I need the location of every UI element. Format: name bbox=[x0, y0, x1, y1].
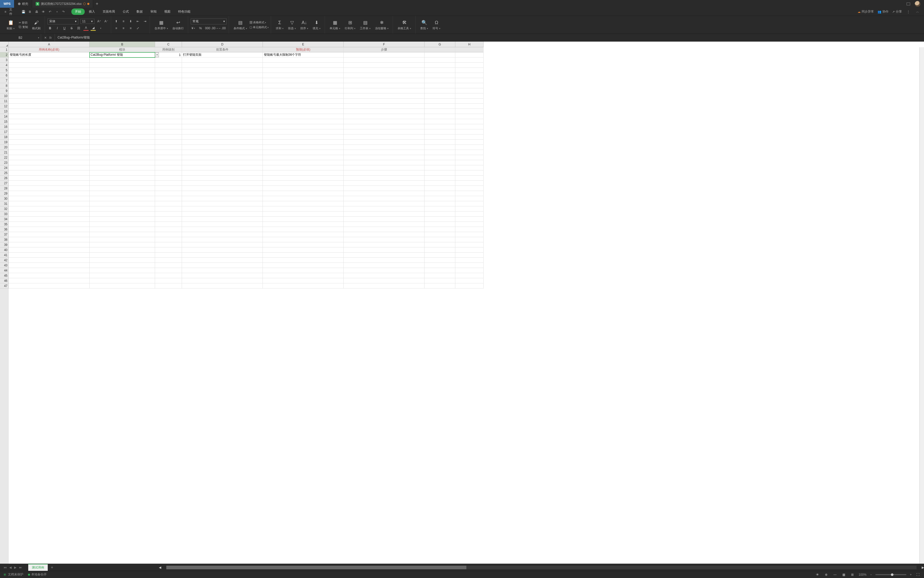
row-header-16[interactable]: 16 bbox=[0, 124, 9, 129]
cell-D24[interactable] bbox=[182, 165, 263, 170]
cell-G28[interactable] bbox=[424, 186, 455, 191]
row-header-1[interactable]: 1 bbox=[0, 47, 9, 52]
cell-B40[interactable] bbox=[89, 247, 155, 253]
row-header-2[interactable]: 2 bbox=[0, 52, 9, 57]
cell-B1[interactable]: 模块 bbox=[89, 47, 155, 52]
cell-G11[interactable] bbox=[424, 99, 455, 104]
row-header-24[interactable]: 24 bbox=[0, 165, 9, 170]
cell-B16[interactable] bbox=[89, 124, 155, 129]
col-header-C[interactable]: C bbox=[155, 42, 182, 47]
cell-A45[interactable] bbox=[9, 273, 89, 278]
find-button[interactable]: 🔍查找 bbox=[418, 17, 430, 32]
row-header-25[interactable]: 25 bbox=[0, 170, 9, 175]
cell-E22[interactable] bbox=[263, 155, 344, 160]
cell-H22[interactable] bbox=[455, 155, 484, 160]
cell-F35[interactable] bbox=[344, 222, 424, 227]
share-button[interactable]: ↗分享 bbox=[892, 10, 902, 14]
cell-A34[interactable] bbox=[9, 217, 89, 222]
window-mode-icon[interactable] bbox=[906, 3, 910, 5]
number-format-select[interactable]: 常规▾ bbox=[191, 18, 227, 24]
cell-H33[interactable] bbox=[455, 211, 484, 217]
cell-H26[interactable] bbox=[455, 175, 484, 181]
cell-C1[interactable]: 用例级别 bbox=[155, 47, 182, 52]
currency-icon[interactable]: ¥ bbox=[191, 26, 196, 31]
cell-E10[interactable] bbox=[263, 93, 344, 99]
cell-E36[interactable] bbox=[263, 227, 344, 232]
cell-A10[interactable] bbox=[9, 93, 89, 99]
cell-H19[interactable] bbox=[455, 140, 484, 145]
underline-icon[interactable]: U bbox=[62, 26, 67, 31]
row-header-30[interactable]: 30 bbox=[0, 196, 9, 201]
cell-B20[interactable] bbox=[89, 145, 155, 150]
cell-D35[interactable] bbox=[182, 222, 263, 227]
row-header-5[interactable]: 5 bbox=[0, 68, 9, 73]
tab-pagelayout[interactable]: 页面布局 bbox=[99, 8, 119, 15]
cell-B22[interactable] bbox=[89, 155, 155, 160]
fill-button[interactable]: ⬇填充 bbox=[310, 17, 323, 32]
row-header-32[interactable]: 32 bbox=[0, 206, 9, 211]
col-header-G[interactable]: G bbox=[424, 42, 455, 47]
cell-F42[interactable] bbox=[344, 258, 424, 263]
cell-G36[interactable] bbox=[424, 227, 455, 232]
cell-B7[interactable] bbox=[89, 78, 155, 83]
row-header-11[interactable]: 11 bbox=[0, 99, 9, 104]
cell-D3[interactable] bbox=[182, 57, 263, 63]
cell-E19[interactable] bbox=[263, 140, 344, 145]
cell-A5[interactable] bbox=[9, 68, 89, 73]
undo-dropdown[interactable] bbox=[54, 9, 60, 15]
cell-G44[interactable] bbox=[424, 268, 455, 273]
cell-F32[interactable] bbox=[344, 206, 424, 211]
symbol-button[interactable]: Ω符号 bbox=[430, 17, 442, 32]
inc-decimal-icon[interactable]: .00→ bbox=[212, 26, 218, 31]
cell-F21[interactable] bbox=[344, 150, 424, 155]
cell-F28[interactable] bbox=[344, 186, 424, 191]
cell-D41[interactable] bbox=[182, 253, 263, 258]
row-header-20[interactable]: 20 bbox=[0, 145, 9, 150]
cell-B29[interactable] bbox=[89, 191, 155, 196]
cell-D2[interactable]: 打开登陆页面 bbox=[182, 52, 263, 57]
cell-D40[interactable] bbox=[182, 247, 263, 253]
percent-icon[interactable]: % bbox=[198, 26, 203, 31]
cell-F16[interactable] bbox=[344, 124, 424, 129]
cell-A19[interactable] bbox=[9, 140, 89, 145]
cell-B5[interactable] bbox=[89, 68, 155, 73]
cell-B8[interactable] bbox=[89, 83, 155, 88]
col-header-H[interactable]: H bbox=[455, 42, 484, 47]
cell-A13[interactable] bbox=[9, 109, 89, 114]
cell-B19[interactable] bbox=[89, 140, 155, 145]
cell-A31[interactable] bbox=[9, 201, 89, 206]
cell-E37[interactable] bbox=[263, 232, 344, 237]
grid[interactable]: 用例名称(必填)模块用例级别前置条件预期(必填)步骤登陆账号的长度Cat2Bug… bbox=[9, 47, 919, 563]
cell-E43[interactable] bbox=[263, 263, 344, 268]
app-tab-wps[interactable]: WPS bbox=[0, 0, 15, 8]
cell-E46[interactable] bbox=[263, 278, 344, 283]
cell-A1[interactable]: 用例名称(必填) bbox=[9, 47, 89, 52]
indent-inc-icon[interactable]: ⇥ bbox=[143, 19, 148, 24]
cell-C33[interactable] bbox=[155, 211, 182, 217]
cell-B35[interactable] bbox=[89, 222, 155, 227]
cell-H34[interactable] bbox=[455, 217, 484, 222]
file-menu[interactable]: 文件 bbox=[9, 9, 15, 15]
cell-F36[interactable] bbox=[344, 227, 424, 232]
cell-dropdown-icon[interactable]: ▾ bbox=[155, 52, 159, 57]
sort-button[interactable]: A↓排序 bbox=[298, 17, 310, 32]
cell-C5[interactable] bbox=[155, 68, 182, 73]
cell-C4[interactable] bbox=[155, 63, 182, 68]
cell-E17[interactable] bbox=[263, 129, 344, 135]
cell-C46[interactable] bbox=[155, 278, 182, 283]
cell-C25[interactable] bbox=[155, 170, 182, 175]
cell-D44[interactable] bbox=[182, 268, 263, 273]
cell-F6[interactable] bbox=[344, 73, 424, 78]
cond-format-button[interactable]: ▤条件格式 bbox=[232, 17, 249, 32]
cell-D13[interactable] bbox=[182, 109, 263, 114]
align-left-icon[interactable]: ≡ bbox=[114, 26, 119, 31]
comma-icon[interactable]: 000 bbox=[205, 26, 210, 31]
row-header-34[interactable]: 34 bbox=[0, 217, 9, 222]
doc-protect-status[interactable]: ⛨文档未保护 bbox=[3, 572, 23, 577]
cell-C26[interactable] bbox=[155, 175, 182, 181]
cell-D25[interactable] bbox=[182, 170, 263, 175]
save-icon[interactable]: 💾 bbox=[21, 9, 26, 15]
freeze-button[interactable]: ❄冻结窗格 bbox=[373, 17, 391, 32]
row-header-41[interactable]: 41 bbox=[0, 253, 9, 258]
redo-icon[interactable]: ↷ bbox=[60, 9, 66, 15]
